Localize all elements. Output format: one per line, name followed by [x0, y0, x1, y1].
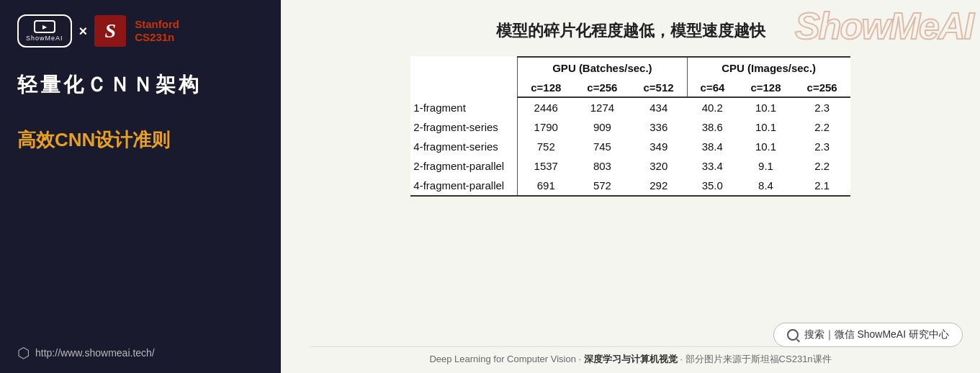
website-row: ⬡ http://www.showmeai.tech/: [17, 344, 264, 361]
sub-title: 高效CNN设计准则: [17, 127, 264, 153]
cell-3-5: 9.1: [737, 156, 794, 176]
cell-0-3: 434: [630, 97, 687, 117]
cell-0-0: 1-fragment: [410, 97, 517, 117]
cell-3-2: 803: [574, 156, 630, 176]
subheader-c512-gpu: c=512: [630, 78, 687, 97]
search-icon: [787, 329, 799, 341]
subheader-c128-cpu: c=128: [737, 78, 794, 97]
website-url: http://www.showmeai.tech/: [35, 347, 155, 359]
content-area: ShowMeAI 模型的碎片化程度越低，模型速度越快 GPU (Batches/…: [281, 0, 980, 373]
cell-4-5: 8.4: [737, 176, 794, 196]
cell-1-5: 10.1: [737, 117, 794, 137]
website-icon: ⬡: [17, 344, 30, 361]
cell-2-2: 745: [574, 137, 630, 156]
logo-x-separator: ×: [79, 23, 88, 40]
footer-text: Deep Learning for Computer Vision · 深度学习…: [310, 346, 951, 373]
cell-0-2: 1274: [574, 97, 630, 117]
stanford-label: Stanford CS231n: [135, 18, 179, 44]
search-bar[interactable]: 搜索｜微信 ShowMeAI 研究中心: [773, 323, 963, 347]
cell-2-1: 752: [518, 137, 575, 156]
sidebar: ShowMeAI × S Stanford CS231n 轻量化ＣＮＮ架构 高效…: [0, 0, 281, 373]
cell-1-6: 2.2: [794, 117, 850, 137]
table-row: 1-fragment2446127443440.210.12.3: [410, 97, 850, 117]
subheader-c256-cpu: c=256: [794, 78, 850, 97]
stanford-s-letter: S: [94, 15, 126, 47]
showmeai-text: ShowMeAI: [26, 35, 63, 42]
cell-3-0: 2-fragment-parallel: [410, 156, 517, 176]
cell-0-1: 2446: [518, 97, 575, 117]
cell-4-6: 2.1: [794, 176, 850, 196]
cell-0-4: 40.2: [687, 97, 737, 117]
cell-4-1: 691: [518, 176, 575, 196]
cell-4-0: 4-fragment-parallel: [410, 176, 517, 196]
table-subheader-row: c=128 c=256 c=512 c=64 c=128 c=256: [410, 78, 850, 97]
table-body: 1-fragment2446127443440.210.12.32-fragme…: [410, 97, 850, 196]
cell-3-4: 33.4: [687, 156, 737, 176]
cell-4-4: 35.0: [687, 176, 737, 196]
cell-1-0: 2-fragment-series: [410, 117, 517, 137]
table-row: 2-fragment-series179090933638.610.12.2: [410, 117, 850, 137]
cell-4-2: 572: [574, 176, 630, 196]
stanford-logo: S Stanford CS231n: [94, 15, 179, 47]
table-header-row: GPU (Batches/sec.) CPU (Images/sec.): [410, 57, 850, 78]
cell-3-3: 320: [630, 156, 687, 176]
cell-1-2: 909: [574, 117, 630, 137]
table-wrapper: GPU (Batches/sec.) CPU (Images/sec.) c=1…: [310, 56, 951, 346]
cell-3-6: 2.2: [794, 156, 850, 176]
cell-2-5: 10.1: [737, 137, 794, 156]
cell-2-4: 38.4: [687, 137, 737, 156]
header-cpu: CPU (Images/sec.): [687, 57, 850, 78]
cell-0-6: 2.3: [794, 97, 850, 117]
cell-4-3: 292: [630, 176, 687, 196]
cell-2-6: 2.3: [794, 137, 850, 156]
table-row: 4-fragment-parallel69157229235.08.42.1: [410, 176, 850, 196]
cell-0-5: 10.1: [737, 97, 794, 117]
slide-title: 模型的碎片化程度越低，模型速度越快: [310, 20, 951, 42]
stanford-name: Stanford: [135, 18, 179, 31]
table-row: 2-fragment-parallel153780332033.49.12.2: [410, 156, 850, 176]
showmeai-logo: ShowMeAI: [17, 14, 72, 48]
main-title: 轻量化ＣＮＮ架构: [17, 71, 264, 99]
search-text: 搜索｜微信 ShowMeAI 研究中心: [804, 328, 949, 341]
header-gpu: GPU (Batches/sec.): [518, 57, 687, 78]
table-row: 4-fragment-series75274534938.410.12.3: [410, 137, 850, 156]
cell-1-4: 38.6: [687, 117, 737, 137]
cell-2-3: 349: [630, 137, 687, 156]
showmeai-icon: [34, 20, 55, 33]
subheader-c128-gpu: c=128: [518, 78, 575, 97]
course-name: CS231n: [135, 31, 179, 44]
logo-row: ShowMeAI × S Stanford CS231n: [17, 14, 264, 48]
subheader-c256-gpu: c=256: [574, 78, 630, 97]
header-empty: [410, 57, 517, 78]
footer-content: Deep Learning for Computer Vision · 深度学习…: [429, 354, 831, 364]
cell-2-0: 4-fragment-series: [410, 137, 517, 156]
subheader-empty: [410, 78, 517, 97]
cell-1-1: 1790: [518, 117, 575, 137]
cell-1-3: 336: [630, 117, 687, 137]
cell-3-1: 1537: [518, 156, 575, 176]
subheader-c64-cpu: c=64: [687, 78, 737, 97]
performance-table: GPU (Batches/sec.) CPU (Images/sec.) c=1…: [410, 56, 850, 197]
